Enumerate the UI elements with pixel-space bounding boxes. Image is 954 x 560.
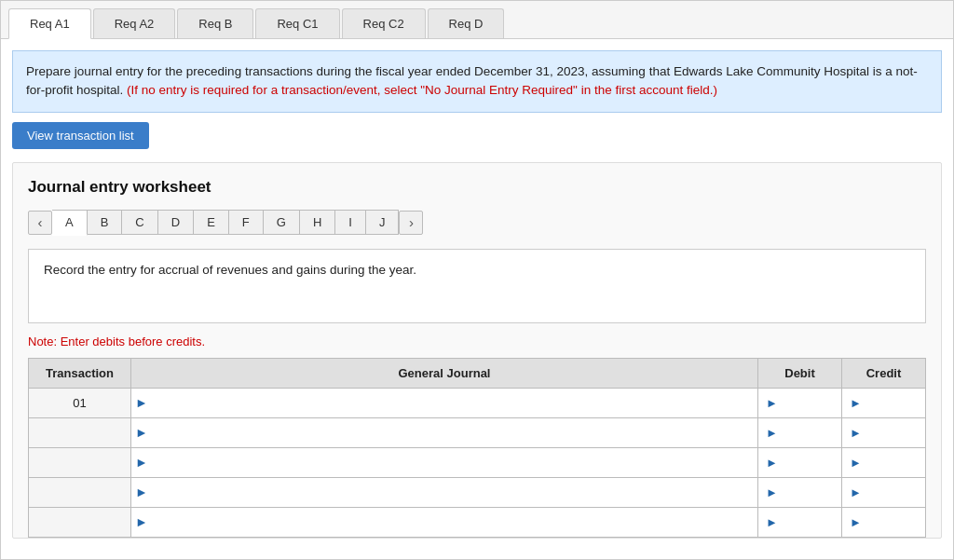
col-header-debit: Debit bbox=[758, 358, 842, 388]
credit-arrow-icon-4: ► bbox=[850, 485, 862, 499]
cell-general-1[interactable]: ► bbox=[131, 388, 758, 417]
entry-arrow-icon-2: ► bbox=[135, 425, 148, 440]
letter-tab-f[interactable]: F bbox=[229, 210, 264, 235]
letter-tab-g[interactable]: G bbox=[264, 210, 300, 235]
tab-req-a2[interactable]: Req A2 bbox=[93, 8, 176, 38]
cell-credit-4[interactable]: ► bbox=[842, 477, 926, 507]
cell-general-4[interactable]: ► bbox=[131, 477, 758, 507]
letter-tab-e[interactable]: E bbox=[194, 210, 229, 235]
tab-req-b[interactable]: Req B bbox=[177, 8, 253, 38]
debit-arrow-icon-4: ► bbox=[766, 485, 778, 499]
cell-transaction-5 bbox=[29, 507, 131, 537]
table-row: 01 ► ► ► bbox=[29, 388, 926, 417]
credit-arrow-icon-3: ► bbox=[850, 456, 862, 470]
col-header-general-journal: General Journal bbox=[131, 358, 758, 388]
cell-debit-4[interactable]: ► bbox=[758, 477, 842, 507]
cell-credit-3[interactable]: ► bbox=[842, 447, 926, 477]
tab-req-c2[interactable]: Req C2 bbox=[342, 8, 426, 38]
next-letter-arrow[interactable]: › bbox=[399, 211, 423, 235]
letter-tab-i[interactable]: I bbox=[335, 210, 366, 235]
worksheet-card: Journal entry worksheet ‹ A B C D E F G … bbox=[12, 162, 942, 539]
cell-debit-3[interactable]: ► bbox=[758, 447, 842, 477]
cell-credit-5[interactable]: ► bbox=[842, 507, 926, 537]
col-header-transaction: Transaction bbox=[29, 358, 131, 388]
debit-arrow-icon-3: ► bbox=[766, 456, 778, 470]
cell-general-2[interactable]: ► bbox=[131, 417, 758, 447]
cell-credit-2[interactable]: ► bbox=[842, 417, 926, 447]
cell-debit-1[interactable]: ► bbox=[758, 388, 842, 417]
letter-tab-h[interactable]: H bbox=[300, 210, 335, 235]
table-row: ► ► ► bbox=[29, 477, 926, 507]
cell-transaction-4 bbox=[29, 477, 131, 507]
letter-tab-j[interactable]: J bbox=[366, 210, 400, 235]
credit-arrow-icon: ► bbox=[850, 396, 862, 410]
tab-req-a1[interactable]: Req A1 bbox=[8, 8, 91, 39]
entry-arrow-icon-4: ► bbox=[135, 485, 148, 499]
note-text: Note: Enter debits before credits. bbox=[28, 335, 926, 348]
tab-req-d[interactable]: Req D bbox=[428, 8, 505, 38]
col-header-credit: Credit bbox=[842, 358, 926, 388]
letter-tab-b[interactable]: B bbox=[88, 210, 123, 235]
cell-transaction-1: 01 bbox=[29, 388, 131, 417]
tabs-bar: Req A1 Req A2 Req B Req C1 Req C2 Req D bbox=[1, 1, 953, 39]
table-row: ► ► ► bbox=[29, 447, 926, 477]
debit-arrow-icon: ► bbox=[766, 396, 778, 410]
letter-tabs-nav: ‹ A B C D E F G H I J › bbox=[28, 210, 926, 236]
prev-letter-arrow[interactable]: ‹ bbox=[28, 211, 52, 235]
table-row: ► ► ► bbox=[29, 507, 926, 537]
tab-req-c1[interactable]: Req C1 bbox=[255, 8, 339, 38]
letter-tab-d[interactable]: D bbox=[158, 210, 194, 235]
debit-arrow-icon-2: ► bbox=[766, 426, 778, 440]
letter-tab-c[interactable]: C bbox=[122, 210, 157, 235]
entry-arrow-icon-3: ► bbox=[135, 455, 148, 470]
view-transaction-button[interactable]: View transaction list bbox=[12, 122, 149, 149]
cell-debit-5[interactable]: ► bbox=[758, 507, 842, 537]
cell-transaction-3 bbox=[29, 447, 131, 477]
instruction-red-text: (If no entry is required for a transacti… bbox=[127, 83, 717, 97]
cell-general-5[interactable]: ► bbox=[131, 507, 758, 537]
credit-arrow-icon-2: ► bbox=[850, 426, 862, 440]
entry-arrow-icon-5: ► bbox=[135, 514, 148, 529]
credit-arrow-icon-5: ► bbox=[850, 515, 862, 529]
instruction-box: Prepare journal entry for the preceding … bbox=[12, 50, 942, 113]
cell-debit-2[interactable]: ► bbox=[758, 417, 842, 447]
letter-tab-a[interactable]: A bbox=[52, 210, 88, 236]
worksheet-title: Journal entry worksheet bbox=[28, 178, 926, 197]
cell-general-3[interactable]: ► bbox=[131, 447, 758, 477]
record-entry-box: Record the entry for accrual of revenues… bbox=[28, 249, 926, 323]
journal-table: Transaction General Journal Debit Credit… bbox=[28, 358, 926, 538]
entry-arrow-icon: ► bbox=[135, 395, 148, 410]
cell-credit-1[interactable]: ► bbox=[842, 388, 926, 417]
cell-transaction-2 bbox=[29, 417, 131, 447]
table-row: ► ► ► bbox=[29, 417, 926, 447]
record-text: Record the entry for accrual of revenues… bbox=[44, 263, 416, 277]
debit-arrow-icon-5: ► bbox=[766, 515, 778, 529]
